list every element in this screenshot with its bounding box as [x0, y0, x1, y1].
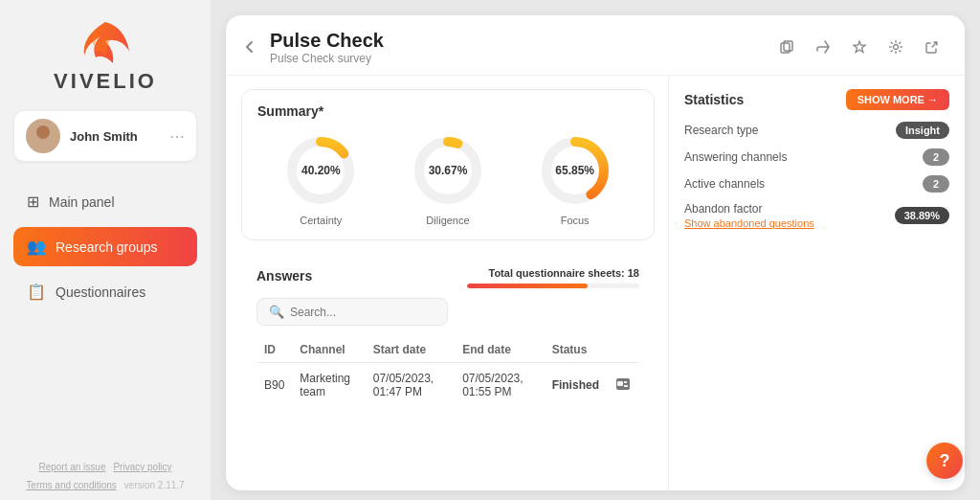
- col-start-date: Start date: [366, 337, 455, 363]
- certainty-donut: 40.20%: [282, 132, 359, 209]
- focus-donut: 65.85%: [537, 132, 613, 209]
- search-input[interactable]: [290, 306, 435, 319]
- vivelio-logo-icon: [77, 17, 134, 65]
- right-panel: Statistics SHOW MORE → Research type Ins…: [668, 76, 965, 490]
- content-area: Summary*: [226, 76, 965, 490]
- stat-row-abandon-factor: Abandon factor Show abandoned questions …: [684, 202, 949, 229]
- eye-icon: [614, 375, 632, 393]
- svg-point-1: [33, 141, 54, 151]
- copy-icon: [779, 39, 794, 55]
- more-button[interactable]: [919, 34, 946, 60]
- certainty-value: 40.20%: [301, 164, 341, 177]
- cell-channel: Marketing team: [292, 363, 365, 408]
- total-bar: [467, 284, 639, 288]
- user-name: John Smith: [70, 129, 169, 144]
- star-button[interactable]: [846, 34, 873, 60]
- page-title: Pulse Check: [270, 29, 773, 52]
- diligence-label: Diligence: [426, 215, 469, 226]
- answers-header: Answers Total questionnaire sheets: 18: [256, 254, 639, 288]
- table-row: B90 Marketing team 07/05/2023, 01:47 PM …: [256, 363, 639, 408]
- help-button[interactable]: ?: [926, 443, 963, 479]
- col-status: Status: [545, 337, 607, 363]
- sidebar-item-label-main-panel: Main panel: [49, 194, 115, 210]
- privacy-policy-link[interactable]: Privacy policy: [113, 462, 171, 472]
- sidebar-item-label-research-groups: Research groups: [56, 239, 158, 255]
- summary-title: Summary*: [257, 103, 638, 119]
- share-button[interactable]: [810, 34, 836, 60]
- row-action-button[interactable]: [614, 375, 632, 396]
- questionnaires-icon: 📋: [27, 283, 46, 301]
- left-panel: Summary*: [226, 76, 668, 490]
- main-panel-icon: ⊞: [27, 193, 39, 211]
- svg-rect-14: [624, 381, 627, 383]
- main-card: Pulse Check Pulse Check survey: [226, 15, 965, 490]
- col-end-date: End date: [455, 337, 544, 363]
- stats-header: Statistics SHOW MORE →: [684, 89, 949, 110]
- sidebar-item-main-panel[interactable]: ⊞ Main panel: [13, 182, 197, 221]
- focus-label: Focus: [561, 215, 590, 226]
- stat-row-active-channels: Active channels 2: [684, 175, 949, 193]
- focus-value: 65.85%: [555, 164, 594, 177]
- svg-point-0: [36, 125, 50, 139]
- stat-label-answering-channels: Answering channels: [684, 150, 787, 164]
- abandon-factor-block: Abandon factor Show abandoned questions: [684, 202, 814, 229]
- search-bar[interactable]: 🔍: [256, 298, 448, 326]
- cell-id: B90: [256, 363, 292, 408]
- svg-rect-13: [617, 381, 623, 386]
- certainty-donut-item: 40.20% Certainty: [282, 132, 359, 226]
- logo-text: VIVELIO: [54, 69, 157, 94]
- stat-badge-abandon-factor: 38.89%: [895, 207, 949, 224]
- total-bar-fill: [467, 284, 588, 288]
- version-text: version 2.11.7: [124, 480, 185, 490]
- logo-area: VIVELIO: [54, 17, 157, 94]
- sidebar: VIVELIO John Smith ⋯ ⊞ Main panel 👥 Rese…: [0, 0, 211, 500]
- total-sheets-block: Total questionnaire sheets: 18: [467, 263, 639, 288]
- diligence-value: 30.67%: [429, 164, 468, 177]
- table-header: ID Channel Start date End date Status: [256, 337, 639, 363]
- summary-card: Summary*: [241, 89, 655, 240]
- avatar: [26, 119, 60, 153]
- stats-title: Statistics: [684, 92, 744, 107]
- stat-row-answering-channels: Answering channels 2: [684, 148, 949, 166]
- col-action: [607, 337, 639, 363]
- sidebar-item-label-questionnaires: Questionnaires: [56, 284, 145, 300]
- stat-badge-active-channels: 2: [923, 175, 949, 193]
- diligence-donut-item: 30.67% Diligence: [410, 132, 486, 226]
- stat-label-abandon-factor: Abandon factor: [684, 202, 762, 216]
- sidebar-footer: Report an issue Privacy policy Terms and…: [0, 452, 211, 500]
- stat-badge-answering-channels: 2: [923, 148, 949, 166]
- stat-badge-research-type: Insight: [896, 122, 949, 139]
- terms-link[interactable]: Terms and conditions: [26, 480, 117, 490]
- page-title-block: Pulse Check Pulse Check survey: [270, 29, 773, 65]
- answers-section: Answers Total questionnaire sheets: 18 🔍: [241, 254, 655, 420]
- donut-row: 40.20% Certainty: [257, 132, 638, 226]
- stat-label-research-type: Research type: [684, 124, 758, 137]
- col-channel: Channel: [292, 337, 365, 363]
- show-more-button[interactable]: SHOW MORE →: [846, 89, 949, 110]
- header-actions: [773, 34, 946, 60]
- sidebar-nav: ⊞ Main panel 👥 Research groups 📋 Questio…: [0, 182, 211, 317]
- svg-point-5: [894, 45, 899, 50]
- settings-button[interactable]: [882, 34, 909, 60]
- svg-marker-4: [854, 41, 865, 53]
- total-sheets-label: Total questionnaire sheets: 18: [488, 267, 639, 279]
- certainty-label: Certainty: [300, 215, 342, 226]
- focus-donut-item: 65.85% Focus: [537, 132, 613, 226]
- show-abandoned-link[interactable]: Show abandoned questions: [684, 217, 814, 229]
- copy-button[interactable]: [773, 34, 800, 60]
- stat-row-research-type: Research type Insight: [684, 122, 949, 139]
- sidebar-item-research-groups[interactable]: 👥 Research groups: [13, 227, 197, 266]
- sidebar-item-questionnaires[interactable]: 📋 Questionnaires: [13, 272, 197, 311]
- cell-action[interactable]: [607, 363, 639, 408]
- svg-rect-15: [624, 385, 628, 387]
- report-issue-link[interactable]: Report an issue: [38, 462, 105, 472]
- answers-title: Answers: [256, 268, 312, 284]
- cell-start-date: 07/05/2023, 01:47 PM: [366, 363, 455, 408]
- user-menu-button[interactable]: ⋯: [169, 127, 185, 146]
- main-content: Pulse Check Pulse Check survey: [211, 0, 980, 500]
- page-header: Pulse Check Pulse Check survey: [226, 15, 965, 76]
- cell-end-date: 07/05/2023, 01:55 PM: [455, 363, 544, 408]
- user-card: John Smith ⋯: [14, 111, 196, 161]
- back-button[interactable]: [241, 38, 258, 56]
- search-icon: 🔍: [269, 305, 284, 319]
